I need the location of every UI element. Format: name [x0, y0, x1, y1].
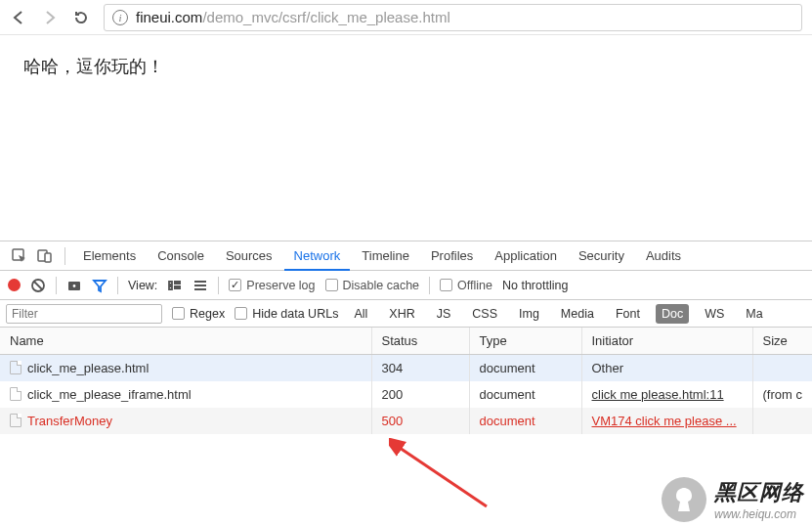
- filter-img[interactable]: Img: [513, 304, 545, 324]
- watermark-title: 黑区网络: [714, 478, 804, 507]
- overview-icon[interactable]: [192, 278, 208, 293]
- col-type[interactable]: Type: [469, 328, 581, 355]
- filter-icon[interactable]: [92, 278, 107, 293]
- url-text: fineui.com/demo_mvc/csrf/click_me_please…: [136, 9, 450, 25]
- tab-timeline[interactable]: Timeline: [352, 242, 419, 269]
- filter-doc[interactable]: Doc: [656, 304, 689, 324]
- filter-css[interactable]: CSS: [466, 304, 503, 324]
- page-message: 哈哈，逗你玩的！: [23, 57, 164, 76]
- filter-all[interactable]: All: [348, 304, 373, 324]
- disable-cache-checkbox[interactable]: Disable cache: [325, 279, 420, 292]
- col-name[interactable]: Name: [0, 328, 371, 355]
- tab-elements[interactable]: Elements: [73, 242, 146, 269]
- col-size[interactable]: Size: [752, 328, 812, 355]
- watermark: 黑区网络 www.heiqu.com: [662, 477, 804, 522]
- table-row[interactable]: click_me_please_iframe.html 200 document…: [0, 381, 812, 408]
- regex-checkbox[interactable]: Regex: [172, 307, 225, 321]
- record-button[interactable]: [8, 279, 21, 291]
- document-icon: [10, 361, 21, 374]
- address-bar[interactable]: i fineui.com/demo_mvc/csrf/click_me_plea…: [104, 4, 802, 31]
- devtools-panel: Elements Console Sources Network Timelin…: [0, 241, 812, 434]
- filter-ws[interactable]: WS: [699, 304, 730, 324]
- throttling-select[interactable]: No throttling: [502, 279, 568, 292]
- col-status[interactable]: Status: [371, 328, 469, 355]
- tab-network[interactable]: Network: [284, 242, 351, 271]
- devtools-tabstrip: Elements Console Sources Network Timelin…: [0, 241, 812, 271]
- reload-button[interactable]: [72, 9, 90, 26]
- table-header-row: Name Status Type Initiator Size: [0, 328, 812, 355]
- watermark-subtitle: www.heiqu.com: [714, 507, 804, 521]
- view-label: View:: [128, 279, 157, 292]
- table-row[interactable]: TransferMoney 500 document VM174 click m…: [0, 408, 812, 434]
- filter-manifest[interactable]: Ma: [740, 304, 768, 324]
- device-toolbar-icon[interactable]: [33, 244, 57, 268]
- svg-line-6: [397, 446, 487, 506]
- filter-font[interactable]: Font: [610, 304, 646, 324]
- capture-screenshot-icon[interactable]: [66, 278, 82, 293]
- inspect-element-icon[interactable]: [8, 244, 31, 268]
- svg-point-5: [72, 284, 77, 288]
- tab-audits[interactable]: Audits: [636, 242, 691, 269]
- col-initiator[interactable]: Initiator: [581, 328, 752, 355]
- offline-checkbox[interactable]: Offline: [440, 279, 492, 292]
- document-icon: [10, 387, 21, 401]
- site-info-icon[interactable]: i: [112, 10, 128, 25]
- preserve-log-checkbox[interactable]: Preserve log: [229, 279, 315, 292]
- clear-icon[interactable]: [30, 278, 46, 293]
- network-toolbar: View: Preserve log Disable cache Offline…: [0, 271, 812, 300]
- network-filterbar: Regex Hide data URLs All XHR JS CSS Img …: [0, 300, 812, 328]
- page-body: 哈哈，逗你玩的！: [0, 35, 812, 241]
- tab-security[interactable]: Security: [569, 242, 634, 269]
- large-rows-icon[interactable]: [167, 278, 183, 293]
- watermark-logo-icon: [662, 477, 706, 522]
- hide-data-urls-checkbox[interactable]: Hide data URLs: [235, 307, 338, 321]
- tab-profiles[interactable]: Profiles: [421, 242, 483, 269]
- tab-application[interactable]: Application: [485, 242, 567, 269]
- annotation-arrow: [389, 438, 496, 516]
- initiator-link[interactable]: click me please.html:11: [592, 387, 724, 402]
- browser-toolbar: i fineui.com/demo_mvc/csrf/click_me_plea…: [0, 0, 812, 35]
- back-button[interactable]: [10, 9, 27, 26]
- tab-sources[interactable]: Sources: [216, 242, 282, 269]
- network-request-table: Name Status Type Initiator Size click_me…: [0, 328, 812, 434]
- document-icon: [10, 414, 21, 427]
- svg-rect-2: [45, 253, 51, 262]
- filter-xhr[interactable]: XHR: [383, 304, 420, 324]
- tab-console[interactable]: Console: [148, 242, 214, 269]
- filter-js[interactable]: JS: [431, 304, 457, 324]
- initiator-link[interactable]: VM174 click me please ...: [592, 414, 737, 428]
- filter-media[interactable]: Media: [555, 304, 600, 324]
- table-row[interactable]: click_me_please.html 304 document Other: [0, 355, 812, 382]
- forward-button[interactable]: [41, 9, 59, 26]
- filter-input[interactable]: [6, 304, 162, 324]
